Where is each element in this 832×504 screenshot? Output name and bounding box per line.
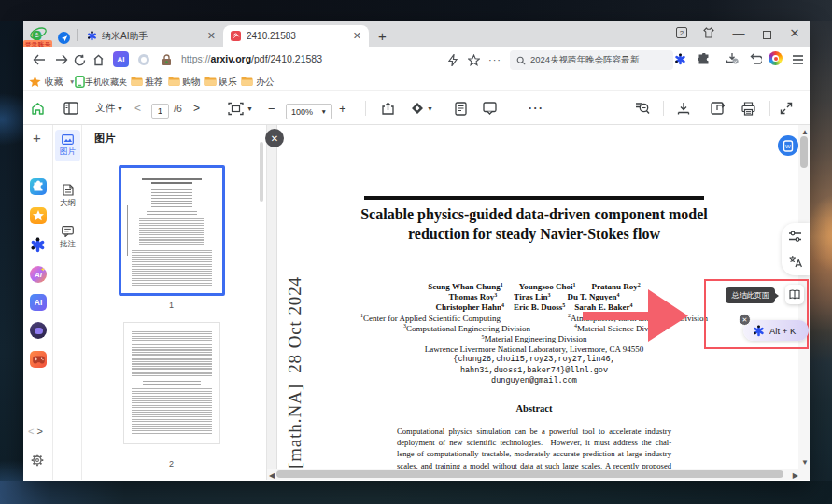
svg-text:W: W [785, 144, 791, 149]
